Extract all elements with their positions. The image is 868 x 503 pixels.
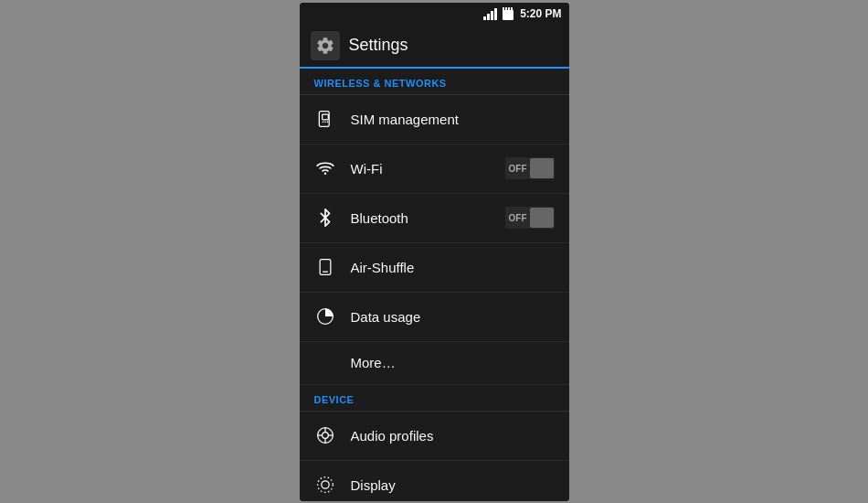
menu-item-wifi[interactable]: Wi-Fi OFF <box>300 144 569 194</box>
svg-point-13 <box>326 122 328 123</box>
svg-rect-9 <box>319 112 329 127</box>
wifi-toggle[interactable]: OFF <box>505 157 555 179</box>
settings-content: WIRELESS & NETWORKS SIM management <box>300 69 569 501</box>
more-label: More… <box>351 355 396 370</box>
section-wireless: WIRELESS & NETWORKS <box>300 69 569 95</box>
page-title: Settings <box>349 36 408 55</box>
sim-icon <box>314 108 336 130</box>
settings-gear-icon <box>315 36 335 56</box>
bluetooth-label: Bluetooth <box>351 210 505 226</box>
audio-icon <box>314 424 336 446</box>
wifi-toggle-knob <box>530 158 554 178</box>
svg-rect-8 <box>511 7 513 11</box>
svg-rect-2 <box>491 11 493 20</box>
svg-rect-5 <box>503 7 504 12</box>
svg-rect-15 <box>320 260 331 275</box>
datausage-label: Data usage <box>351 309 555 325</box>
menu-item-more[interactable]: More… <box>300 342 569 385</box>
menu-item-display[interactable]: Display <box>300 461 569 501</box>
wifi-label: Wi-Fi <box>351 161 505 177</box>
svg-point-19 <box>322 433 328 439</box>
status-bar: 5:20 PM <box>300 3 569 25</box>
svg-rect-10 <box>322 114 328 120</box>
bluetooth-toggle-knob <box>530 208 554 228</box>
bluetooth-toggle[interactable]: OFF <box>505 207 555 229</box>
svg-point-14 <box>323 173 326 176</box>
svg-rect-6 <box>505 7 507 11</box>
signal-icon <box>483 7 500 20</box>
svg-rect-1 <box>487 14 490 20</box>
bluetooth-toggle-label: OFF <box>509 213 527 223</box>
menu-item-datausage[interactable]: Data usage <box>300 293 569 342</box>
svg-point-12 <box>324 122 326 123</box>
wifi-icon <box>314 157 336 179</box>
display-label: Display <box>351 477 555 493</box>
display-icon <box>314 474 336 496</box>
sim-label: SIM management <box>351 112 555 127</box>
app-header: Settings <box>300 25 569 69</box>
bluetooth-icon <box>314 207 336 229</box>
settings-header-icon <box>311 31 340 60</box>
menu-item-airshuffle[interactable]: Air-Shuffle <box>300 243 569 293</box>
airshuffle-icon <box>314 256 336 278</box>
svg-point-24 <box>321 481 328 488</box>
audio-label: Audio profiles <box>351 428 555 444</box>
datausage-icon <box>314 305 336 327</box>
svg-point-25 <box>317 477 333 493</box>
menu-item-sim[interactable]: SIM management <box>300 95 569 144</box>
section-device: DEVICE <box>300 385 569 412</box>
menu-item-bluetooth[interactable]: Bluetooth OFF <box>300 194 569 243</box>
sd-icon <box>503 7 513 20</box>
menu-item-audio[interactable]: Audio profiles <box>300 412 569 461</box>
svg-rect-0 <box>483 16 486 20</box>
wifi-toggle-label: OFF <box>509 164 527 174</box>
svg-rect-7 <box>508 7 510 12</box>
svg-rect-3 <box>494 8 497 20</box>
status-time: 5:20 PM <box>520 7 561 20</box>
airshuffle-label: Air-Shuffle <box>351 260 555 275</box>
status-icons: 5:20 PM <box>483 7 561 20</box>
phone-frame: 5:20 PM Settings WIRELESS & NETWORKS <box>300 3 569 501</box>
svg-point-11 <box>322 122 323 123</box>
